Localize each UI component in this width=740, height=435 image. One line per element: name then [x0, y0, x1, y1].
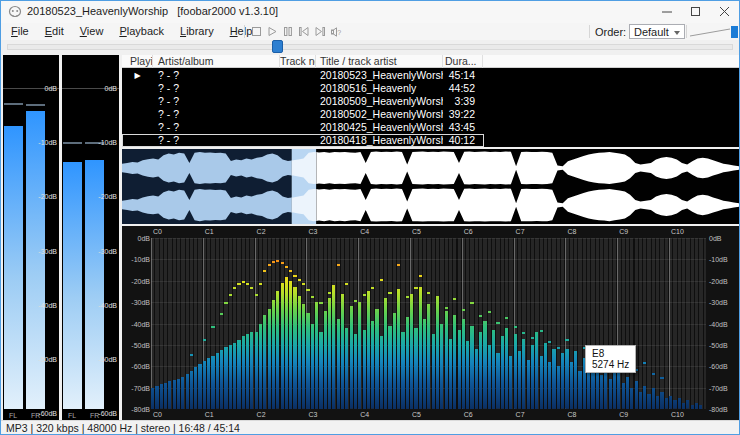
seekbar-handle[interactable] [272, 40, 283, 53]
spectrum-peak-marker [211, 326, 214, 328]
spectrum-bar [363, 330, 366, 409]
spectrum-peak-marker [276, 260, 279, 262]
playlist[interactable]: PlayiArtist/albumTrack noTitle / track a… [122, 55, 739, 147]
spectrum-bar [639, 392, 642, 409]
spectrum-bar [691, 405, 694, 409]
spectrum-bar [151, 388, 154, 409]
minimize-button[interactable] [652, 1, 681, 22]
spectrum-bar [505, 328, 508, 409]
meter-scale-label: 0dB [45, 85, 57, 92]
column-header-4[interactable]: Dura... [443, 55, 483, 68]
stop-button[interactable] [248, 24, 264, 39]
spectrum-peak-marker [488, 311, 491, 313]
spectrum-db-label: -60dB [124, 363, 150, 370]
playlist-row[interactable]: ? - ?20180502_HeavenlyWorship39:22 [122, 108, 739, 121]
meter-scale-label: -30dB [38, 248, 57, 255]
octave-label: C2 [257, 228, 266, 235]
menu-view[interactable]: View [72, 23, 112, 39]
spectrum-bar [224, 347, 227, 409]
spectrum-peak-marker [263, 270, 266, 272]
volume-handle[interactable] [731, 26, 738, 38]
spectrum-db-label: -10dB [124, 256, 150, 263]
menu-library[interactable]: Library [172, 23, 222, 39]
spectrum-peak-marker [652, 373, 655, 375]
spectrum-peak-marker [337, 264, 340, 266]
volume-slider[interactable] [689, 24, 739, 39]
spectrum-bar [173, 380, 176, 409]
random-button[interactable]: ? [328, 24, 344, 39]
spectrum-bar [345, 328, 348, 409]
order-select[interactable]: Default [629, 24, 685, 39]
spectrum-bar [272, 300, 275, 409]
meter-scale-label: -10dB [38, 139, 57, 146]
spectrum-bar [470, 326, 473, 409]
spectrum-bar [401, 332, 404, 409]
spectrum-bar [315, 302, 318, 409]
menu-edit[interactable]: Edit [37, 23, 72, 39]
spectrum-bar [522, 339, 525, 410]
pause-button[interactable] [280, 24, 296, 39]
spectrum-bar [164, 383, 167, 409]
spectrum-db-label: -80dB [124, 406, 150, 413]
order-label: Order: [595, 26, 626, 38]
spectrum-bar [552, 349, 555, 409]
spectrum-peak-marker [540, 330, 543, 332]
column-header-1[interactable]: Artist/album [153, 55, 280, 68]
channel-label: FL [9, 412, 17, 419]
spectrum-db-label: -60dB [709, 363, 735, 370]
spectrum-bar [423, 319, 426, 409]
previous-button[interactable] [296, 24, 312, 39]
spectrum-peak-marker [470, 302, 473, 304]
menu-playback[interactable]: Playback [111, 23, 172, 39]
spectrum-bar [462, 319, 465, 409]
title-cell: 20180516_Heavenly [316, 82, 443, 95]
playlist-header[interactable]: PlayiArtist/albumTrack noTitle / track a… [122, 55, 739, 68]
spectrum-bar [635, 381, 638, 409]
peak-meter-peak-fl [4, 103, 23, 105]
close-button[interactable] [710, 1, 739, 22]
playlist-row[interactable]: ? - ?20180425_HeavenlyWorship43:45 [122, 121, 739, 134]
spectrum-bar [328, 298, 331, 409]
spectrum-bar [198, 364, 201, 409]
playing-indicator [122, 108, 153, 121]
seekbar-track[interactable] [7, 44, 733, 50]
octave-label: C8 [567, 411, 576, 418]
order-value: Default [634, 26, 669, 38]
spectrum-bar [626, 377, 629, 409]
spectrum-bar [665, 398, 668, 409]
title-cell: 20180502_HeavenlyWorship [316, 108, 443, 121]
octave-label: C7 [516, 228, 525, 235]
spectrum-db-label: 0dB [709, 235, 735, 242]
column-header-2[interactable]: Track no [280, 55, 316, 68]
waveform-seekbar[interactable] [122, 149, 739, 224]
playlist-row[interactable]: ? - ?20180509_HeavenlyWorship_endi...3:3… [122, 95, 739, 108]
spectrum-analyzer[interactable]: 0dB0dB-10dB-10dB-20dB-20dB-30dB-30dB-40d… [122, 226, 739, 420]
spectrum-bar [492, 330, 495, 409]
octave-label: C6 [464, 411, 473, 418]
playlist-row[interactable]: ▶? - ?20180523_HeavenlyWorship45:14 [122, 69, 739, 82]
spectrum-bar [436, 296, 439, 409]
playlist-row[interactable]: ? - ?20180516_Heavenly44:52 [122, 82, 739, 95]
column-header-0[interactable]: Playi [122, 55, 153, 68]
spectrum-bar [259, 324, 262, 410]
peak-meter-panel: FLFR0dB-10dB-20dB-30dB-40dB-50dB-60dB [3, 55, 59, 421]
play-button[interactable] [264, 24, 280, 39]
next-button[interactable] [312, 24, 328, 39]
maximize-button[interactable] [681, 1, 710, 22]
menu-file[interactable]: File [3, 23, 37, 39]
spectrum-bar [699, 405, 702, 409]
octave-label: C9 [619, 228, 628, 235]
vu-meter-peak-fl [63, 142, 82, 144]
spectrum-bar [276, 291, 279, 409]
spectrum-bar [449, 339, 452, 410]
spectrum-bar [445, 311, 448, 409]
spectrum-bar [160, 384, 163, 409]
spectrum-bar [168, 381, 171, 409]
spectrum-db-label: 0dB [124, 235, 150, 242]
title-cell: 20180523_HeavenlyWorship [316, 69, 443, 82]
title-bar[interactable]: 20180523_HeavenlyWorship [foobar2000 v1.… [1, 1, 739, 23]
spectrum-peak-marker [574, 351, 577, 353]
column-header-3[interactable]: Title / track artist [316, 55, 443, 68]
spectrum-bar [414, 328, 417, 409]
spectrum-bar [324, 311, 327, 409]
